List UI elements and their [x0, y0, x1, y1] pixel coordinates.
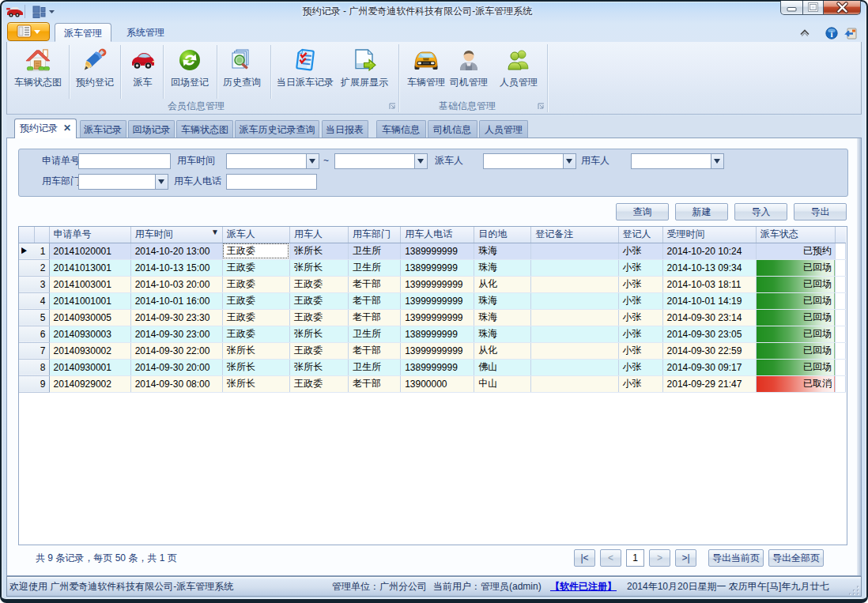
- svg-text:i: i: [830, 29, 832, 39]
